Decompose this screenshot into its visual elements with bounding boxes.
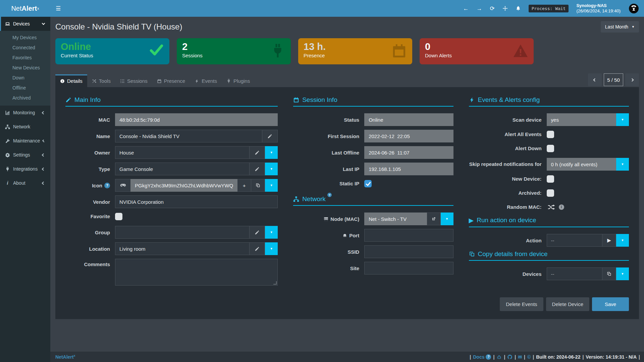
owner-field[interactable]: House [115, 146, 250, 159]
vendor-field[interactable]: NVIDIA Corporation [115, 195, 278, 208]
ssid-field[interactable] [364, 245, 453, 258]
sidebar-item-monitoring[interactable]: Monitoring [0, 106, 50, 120]
copy-icon-button[interactable] [251, 179, 265, 192]
next-device-button[interactable] [625, 73, 639, 86]
name-field[interactable]: Console - Nvidia Shield TV [115, 130, 262, 142]
edit-location-button[interactable] [250, 242, 265, 255]
email-link[interactable]: ✉ [518, 354, 522, 360]
edit-type-button[interactable] [250, 163, 265, 175]
app-logo[interactable]: NetAlertx [0, 0, 50, 17]
add-icon-button[interactable]: + [237, 179, 251, 192]
list-icon [120, 79, 125, 83]
skip-dropdown-button[interactable]: ▼ [616, 158, 629, 171]
avatar[interactable] [628, 3, 639, 14]
group-dropdown-button[interactable]: ▼ [265, 226, 278, 239]
scan-dropdown-button[interactable]: ▼ [616, 113, 629, 126]
card-presence[interactable]: 13 h. Presence [298, 38, 412, 64]
sidebar-item-favorites[interactable]: Favorites [0, 53, 50, 63]
caret-down-icon: ▼ [270, 168, 273, 171]
sidebar-toggle-icon[interactable]: ☰ [56, 5, 61, 12]
sidebar-item-offline[interactable]: Offline [0, 83, 50, 93]
bell-icon[interactable] [516, 6, 521, 11]
sidebar-item-devices[interactable]: Devices [0, 17, 50, 31]
tab-tools[interactable]: Tools [87, 74, 115, 87]
open-node-button[interactable] [427, 213, 441, 225]
edit-group-button[interactable] [250, 226, 265, 239]
skip-notifications-select[interactable]: 0 h (notify all events) [547, 158, 616, 171]
icon-dropdown-button[interactable]: ▼ [265, 179, 278, 192]
chevron-right-icon [631, 78, 634, 81]
nav-back-icon[interactable]: ← [463, 6, 469, 11]
edit-owner-button[interactable] [250, 146, 265, 159]
refresh-icon[interactable]: ⟳ [490, 6, 494, 11]
delete-events-button[interactable]: Delete Events [500, 297, 543, 311]
save-button[interactable]: Save [592, 297, 629, 311]
time-range-value: Last Month [605, 24, 628, 29]
action-dropdown-button[interactable]: ▼ [616, 234, 629, 247]
logo-text-bold: Alert [22, 5, 37, 12]
favorite-checkbox[interactable] [115, 213, 122, 220]
sidebar-item-my-devices[interactable]: My Devices [0, 33, 50, 43]
sidebar-item-maintenance[interactable]: Maintenance [0, 134, 50, 148]
bug-report-link[interactable] [496, 354, 502, 360]
tab-events[interactable]: Events [190, 74, 222, 87]
separator: | [515, 354, 516, 360]
devices-dropdown-button[interactable]: ▼ [616, 267, 629, 280]
alert-all-events-checkbox[interactable] [547, 131, 554, 138]
archived-checkbox[interactable] [547, 189, 554, 197]
port-field[interactable] [364, 229, 453, 242]
pencil-icon [255, 246, 260, 251]
group-field[interactable] [115, 226, 250, 239]
laptop-icon [5, 21, 10, 26]
type-field[interactable]: Game Console [115, 163, 250, 175]
prev-device-button[interactable] [588, 73, 602, 86]
time-range-dropdown[interactable]: Last Month ▼ [601, 21, 639, 33]
static-ip-checkbox[interactable] [364, 180, 372, 187]
sidebar-item-settings[interactable]: Settings [0, 148, 50, 162]
location-dropdown-button[interactable]: ▼ [265, 242, 278, 255]
icon-code-field: PGkgY2xhc3M9ImZhIGZhLWdhbWVwYWQ [130, 179, 237, 192]
copy-devices-select[interactable]: -- [547, 267, 602, 280]
edit-name-button[interactable] [262, 130, 278, 142]
tab-label: Events [202, 78, 217, 84]
play-icon: ▶ [469, 217, 474, 224]
sidebar-item-down[interactable]: Down [0, 73, 50, 83]
github-link[interactable] [507, 354, 513, 360]
tab-sessions[interactable]: Sessions [115, 74, 152, 87]
card-sessions[interactable]: 2 Sessions [177, 38, 291, 64]
tab-plugins[interactable]: Plugins [222, 74, 255, 87]
license-link[interactable]: © [527, 354, 531, 360]
new-device-checkbox[interactable] [547, 175, 554, 183]
docs-link[interactable]: Docs ? [473, 354, 491, 360]
run-action-button[interactable]: ▶ [602, 234, 616, 247]
field-label: Name [65, 133, 115, 139]
owner-dropdown-button[interactable]: ▼ [265, 146, 278, 159]
sidebar-item-network[interactable]: Network [0, 120, 50, 134]
tab-details[interactable]: Details [55, 74, 87, 87]
delete-device-button[interactable]: Delete Device [546, 297, 589, 311]
question-icon: ? [486, 354, 491, 360]
footer-brand[interactable]: NetAlertx [55, 354, 75, 360]
sidebar-item-about[interactable]: i About [0, 176, 50, 190]
scan-device-select[interactable]: yes [547, 113, 616, 126]
chevron-left-icon [42, 111, 45, 114]
move-icon[interactable] [502, 6, 508, 11]
sidebar-item-integrations[interactable]: Integrations [0, 162, 50, 176]
alert-down-checkbox[interactable] [547, 145, 554, 152]
type-dropdown-button[interactable]: ▼ [265, 163, 278, 175]
status-cards: Online Current Status 2 Sessions 13 h. P… [55, 38, 639, 64]
action-select[interactable]: -- [547, 234, 602, 247]
site-field[interactable] [364, 262, 453, 275]
node-dropdown-button[interactable]: ▼ [441, 213, 453, 225]
location-field[interactable]: Living room [115, 242, 250, 255]
card-current-status[interactable]: Online Current Status [55, 38, 169, 64]
sidebar-item-connected[interactable]: Connected [0, 43, 50, 53]
tab-presence[interactable]: Presence [152, 74, 190, 87]
nav-forward-icon[interactable]: → [476, 6, 482, 11]
plug-icon [5, 167, 10, 172]
sidebar-item-new-devices[interactable]: New Devices [0, 63, 50, 73]
sidebar-item-archived[interactable]: Archived [0, 93, 50, 103]
comments-textarea[interactable] [115, 259, 278, 286]
copy-from-device-button[interactable] [602, 267, 616, 280]
card-down-alerts[interactable]: 0 Down Alerts [420, 38, 534, 64]
